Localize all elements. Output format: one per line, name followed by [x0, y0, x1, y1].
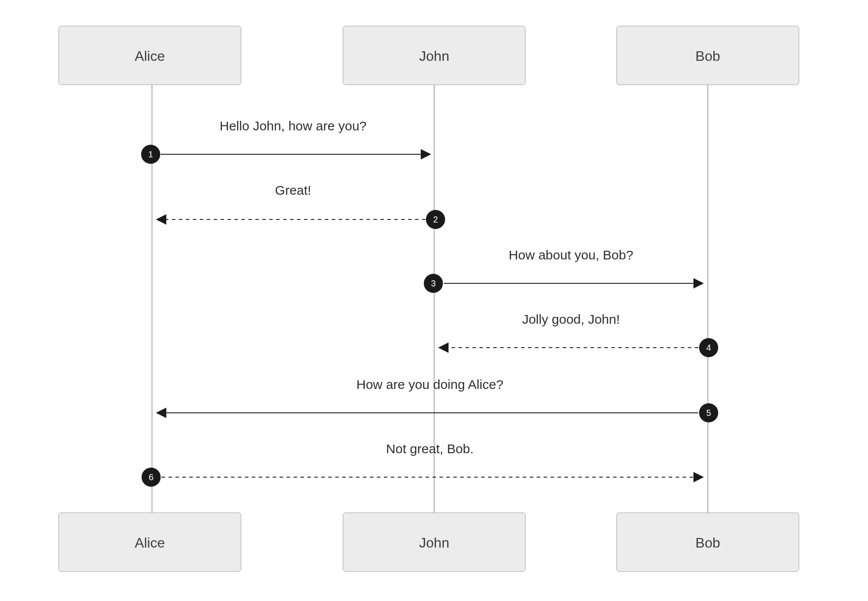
message-5-seq: 5: [706, 408, 711, 418]
message-6-label: Not great, Bob.: [386, 442, 474, 456]
message-4-label: Jolly good, John!: [522, 312, 620, 326]
message-6-seq: 6: [149, 472, 153, 482]
actor-label-john-top: John: [419, 48, 449, 64]
sequence-diagram: Alice John Bob Alice John Bob Hello John…: [0, 0, 868, 601]
message-5-label: How are you doing Alice?: [356, 377, 504, 392]
message-5: How are you doing Alice? 5: [157, 377, 718, 422]
message-3-seq: 3: [431, 279, 436, 288]
actor-label-alice-bottom: Alice: [135, 535, 165, 551]
actor-box-alice-bottom: Alice: [59, 513, 241, 571]
message-3: How about you, Bob? 3: [424, 248, 703, 293]
actor-label-john-bottom: John: [419, 535, 449, 551]
message-3-label: How about you, Bob?: [509, 248, 634, 262]
message-4: Jolly good, John! 4: [439, 312, 718, 357]
actor-label-bob-bottom: Bob: [696, 535, 720, 551]
actor-label-bob-top: Bob: [696, 48, 720, 64]
actor-box-john-top: John: [343, 26, 525, 85]
actor-box-john-bottom: John: [343, 513, 525, 571]
diagram-svg: Alice John Bob Alice John Bob Hello John…: [0, 0, 868, 601]
actor-box-bob-bottom: Bob: [617, 513, 799, 571]
message-1: Hello John, how are you? 1: [141, 119, 430, 164]
message-1-seq: 1: [148, 149, 153, 159]
message-2-label: Great!: [275, 183, 311, 197]
message-2-seq: 2: [433, 215, 438, 224]
message-6: Not great, Bob. 6: [142, 442, 703, 487]
actor-box-bob-top: Bob: [617, 26, 799, 85]
actor-box-alice-top: Alice: [59, 26, 241, 85]
message-4-seq: 4: [706, 343, 711, 352]
message-1-label: Hello John, how are you?: [220, 119, 367, 133]
message-2: Great! 2: [157, 183, 445, 229]
actor-label-alice-top: Alice: [135, 48, 165, 64]
